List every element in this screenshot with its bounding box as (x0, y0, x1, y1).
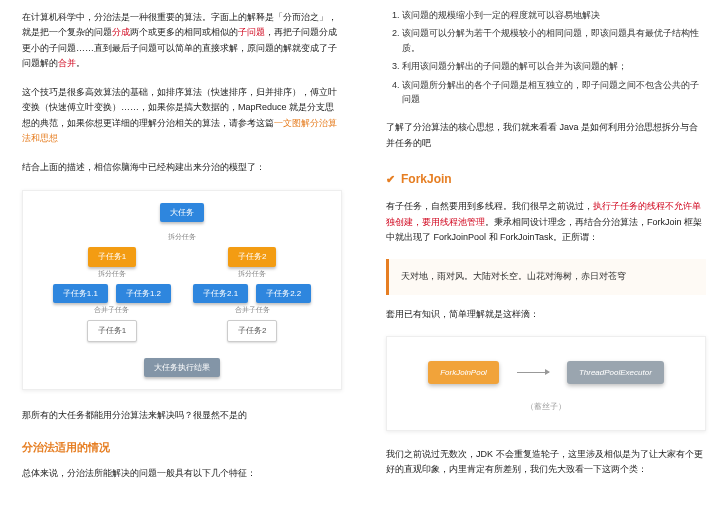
diagram-forkjoin-analogy: ForkJoinPool ThreadPoolExecutor （蓄丝子） (386, 336, 706, 431)
node-sub1-1: 子任务1.1 (53, 284, 108, 304)
paragraph-jdk-note: 我们之前说过无数次，JDK 不会重复造轮子，这里涉及相似是为了让大家有个更好的直… (386, 447, 706, 478)
paragraph-analogy: 套用已有知识，简单理解就是这样滴： (386, 307, 706, 322)
list-item: 该问题所分解出的各个子问题是相互独立的，即子问题之间不包含公共的子问题 (402, 78, 706, 107)
quote-poem: 天对地，雨对风。大陆对长空。山花对海树，赤日对苍穹 (386, 259, 706, 294)
node-threadpoolexecutor: ThreadPoolExecutor (567, 361, 664, 385)
paragraph-question: 那所有的大任务都能用分治算法来解决吗？很显然不是的 (22, 408, 342, 423)
node-sub2-1: 子任务2.1 (193, 284, 248, 304)
label-split-sub: 拆分任务 (98, 268, 126, 280)
node-forkjoinpool: ForkJoinPool (428, 361, 499, 385)
label-split-sub-r: 拆分任务 (238, 268, 266, 280)
node-sub2: 子任务2 (228, 247, 276, 267)
diagram-caption: （蓄丝子） (403, 400, 689, 414)
paragraph-features-intro: 总体来说，分治法所能解决的问题一般具有以下几个特征： (22, 466, 342, 481)
paragraph-algorithms: 这个技巧是很多高效算法的基础，如排序算法（快速排序，归并排序），傅立叶变换（快速… (22, 85, 342, 146)
node-sub1-2: 子任务1.2 (116, 284, 171, 304)
arrow-icon (517, 372, 549, 373)
paragraph-divide-conquer: 在计算机科学中，分治法是一种很重要的算法。字面上的解释是「分而治之」，就是把一个… (22, 10, 342, 71)
section-heading-applicable: 分治法适用的情况 (22, 438, 342, 457)
diagram-task-tree: 大任务 拆分任务 子任务1 拆分任务 子任务1.1 子任务1.2 合并子任务 子… (22, 190, 342, 391)
label-split: 拆分任务 (168, 231, 196, 243)
node-sub1: 子任务1 (88, 247, 136, 267)
node-merge1: 子任务1 (87, 320, 137, 342)
node-sub2-2: 子任务2.2 (256, 284, 311, 304)
node-final: 大任务执行结果 (144, 358, 220, 378)
paragraph-forkjoin-desc: 有子任务，自然要用到多线程。我们很早之前说过，执行子任务的线程不允许单独创建，要… (386, 199, 706, 245)
node-merge2: 子任务2 (227, 320, 277, 342)
node-root: 大任务 (160, 203, 204, 223)
paragraph-model: 结合上面的描述，相信你脑海中已经构建出来分治的模型了： (22, 160, 342, 175)
section-heading-forkjoin: ForkJoin (386, 169, 706, 189)
paragraph-java-intro: 了解了分治算法的核心思想，我们就来看看 Java 是如何利用分治思想拆分与合并任… (386, 120, 706, 151)
list-item: 利用该问题分解出的子问题的解可以合并为该问题的解； (402, 59, 706, 73)
list-item: 该问题可以分解为若干个规模较小的相同问题，即该问题具有最优子结构性质。 (402, 26, 706, 55)
feature-list: 该问题的规模缩小到一定的程度就可以容易地解决 该问题可以分解为若干个规模较小的相… (386, 8, 706, 106)
list-item: 该问题的规模缩小到一定的程度就可以容易地解决 (402, 8, 706, 22)
label-merge-l: 合并子任务 (94, 304, 129, 316)
label-merge-r: 合并子任务 (235, 304, 270, 316)
